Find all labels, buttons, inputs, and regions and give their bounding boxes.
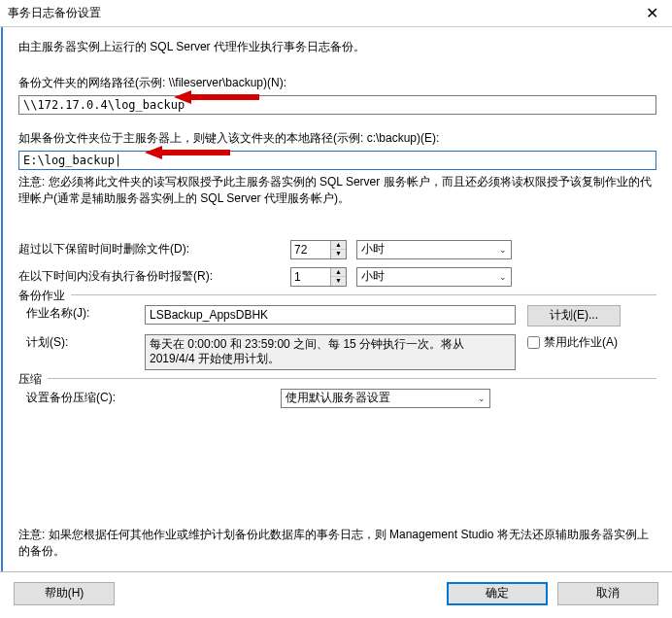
backup-job-legend: 备份作业 [18,288,71,304]
bottom-note: 注意: 如果您根据任何其他作业或维护计划备份此数据库的事务日志，则 Manage… [18,527,656,560]
local-path-hint: 注意: 您必须将此文件夹的读写权限授予此主服务器实例的 SQL Server 服… [18,174,656,207]
spin-up-icon[interactable]: ▲ [331,241,346,251]
disable-job-checkbox-label: 禁用此作业(A) [544,334,618,351]
compression-fieldset: 压缩 设置备份压缩(C): 使用默认服务器设置 ⌄ [18,378,656,408]
network-path-label: 备份文件夹的网络路径(示例: \\fileserver\backup)(N): [18,75,656,91]
delete-after-spinner[interactable]: ▲▼ [290,240,347,259]
compression-legend: 压缩 [18,371,48,388]
schedule-label: 计划(S): [18,334,145,351]
alert-after-row: 在以下时间内没有执行备份时报警(R): ▲▼ 小时 ⌄ [18,267,656,287]
disable-job-checkbox-input[interactable] [527,336,540,349]
alert-after-unit-value: 小时 [361,268,385,285]
compression-select[interactable]: 使用默认服务器设置 ⌄ [281,389,490,408]
alert-after-label: 在以下时间内没有执行备份时报警(R): [18,268,290,285]
titlebar: 事务日志备份设置 ✕ [0,0,672,27]
alert-after-value[interactable] [291,268,330,286]
compression-value: 使用默认服务器设置 [286,390,390,406]
close-icon[interactable]: ✕ [640,4,664,22]
delete-after-row: 超过以下保留时间时删除文件(D): ▲▼ 小时 ⌄ [18,240,656,259]
chevron-down-icon: ⌄ [474,394,489,403]
alert-after-unit-select[interactable]: 小时 ⌄ [356,267,512,287]
schedule-text: 每天在 0:00:00 和 23:59:00 之间、每 15 分钟执行一次。将从… [145,334,516,370]
disable-job-checkbox[interactable]: 禁用此作业(A) [527,334,618,351]
delete-after-label: 超过以下保留时间时删除文件(D): [18,241,290,258]
ok-button[interactable]: 确定 [447,582,548,605]
local-path-input[interactable] [18,151,656,170]
help-button[interactable]: 帮助(H) [14,582,115,605]
job-name-label: 作业名称(J): [18,305,145,322]
job-name-input[interactable] [145,305,516,325]
intro-text: 由主服务器实例上运行的 SQL Server 代理作业执行事务日志备份。 [18,39,656,55]
dialog-content: 由主服务器实例上运行的 SQL Server 代理作业执行事务日志备份。 备份文… [1,27,672,571]
delete-after-unit-select[interactable]: 小时 ⌄ [356,240,512,259]
spin-up-icon[interactable]: ▲ [331,268,346,278]
compression-label: 设置备份压缩(C): [26,390,281,406]
delete-after-value[interactable] [291,241,330,258]
spin-down-icon[interactable]: ▼ [331,250,346,258]
backup-job-fieldset: 备份作业 作业名称(J): 计划(E)... 计划(S): 每天在 0:00:0… [18,294,656,370]
window-title: 事务日志备份设置 [8,5,101,21]
spin-down-icon[interactable]: ▼ [331,277,346,286]
chevron-down-icon: ⌄ [495,245,511,255]
delete-after-unit-value: 小时 [361,241,385,258]
cancel-button[interactable]: 取消 [557,582,658,605]
schedule-button[interactable]: 计划(E)... [527,305,621,326]
local-path-label: 如果备份文件夹位于主服务器上，则键入该文件夹的本地路径(示例: c:\backu… [18,130,656,147]
chevron-down-icon: ⌄ [495,272,511,282]
network-path-input[interactable] [18,95,656,115]
button-bar: 帮助(H) 确定 取消 [0,571,672,614]
alert-after-spinner[interactable]: ▲▼ [290,267,347,287]
